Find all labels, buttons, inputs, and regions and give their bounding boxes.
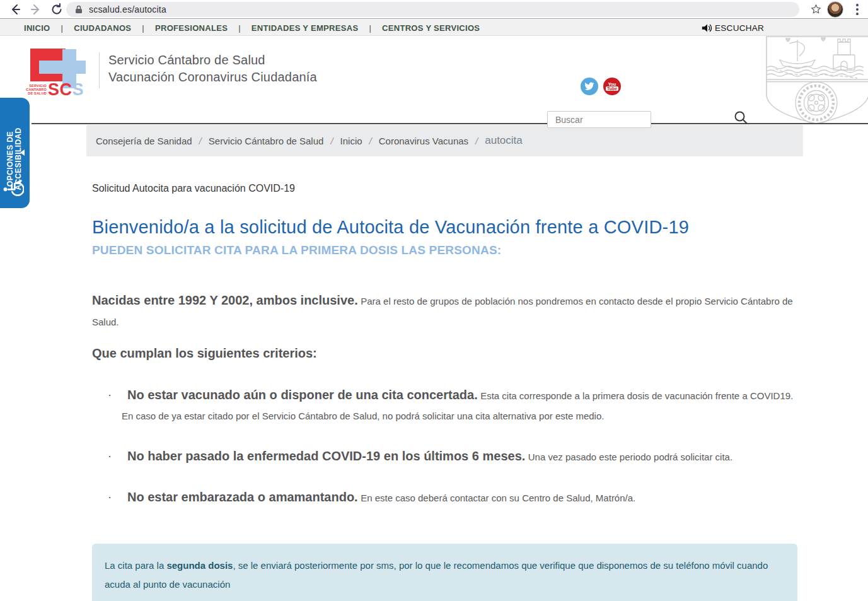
browser-reload-icon[interactable]	[50, 3, 64, 16]
intro-bold-text: Nacidas entre 1992 Y 2002, ambos inclusi…	[92, 293, 358, 307]
nav-item-inicio[interactable]: INICIO	[24, 23, 74, 33]
listen-label: ESCUCHAR	[715, 23, 764, 33]
criteria-heading: Que cumplan los siguientes criterios:	[92, 346, 799, 361]
search-icon[interactable]	[733, 110, 749, 125]
kicker-text: Solicitud Autocita para vacunación COVID…	[92, 183, 799, 194]
nav-item-profesionales[interactable]: PROFESIONALES	[155, 23, 252, 33]
site-subtitle: Vacunación Coronavirus Ciudadanía	[108, 70, 317, 85]
wheelchair-icon	[3, 178, 24, 197]
nav-item-ciudadanos[interactable]: CIUDADANOS	[74, 23, 155, 33]
lock-icon	[75, 5, 83, 14]
site-nav-items: INICIO CIUDADANOS PROFESIONALES ENTIDADE…	[24, 20, 480, 36]
url-text: scsalud.es/autocita	[89, 4, 166, 15]
scs-logo[interactable]: SERVICIO CANTABRO DE SALUD SCS	[24, 47, 100, 105]
search-box[interactable]	[547, 111, 651, 128]
browser-forward-icon[interactable]	[29, 3, 43, 16]
chevron-left-icon	[20, 149, 25, 156]
site-header: SERVICIO CANTABRO DE SALUD SCS Servicio …	[0, 36, 868, 124]
youtube-you-text: You	[608, 82, 616, 86]
listen-button[interactable]: ESCUCHAR	[701, 20, 764, 36]
breadcrumb-inicio[interactable]: Inicio	[340, 136, 379, 146]
page-title: Bienvenido/a a la solicitud de Autocita …	[92, 217, 799, 238]
notice-bold-text: segunda dosis	[166, 560, 233, 571]
criteria-item-embarazada: No estar embarazada o amamantando. En es…	[92, 487, 799, 508]
second-dose-notice: La cita para la segunda dosis, se le env…	[92, 544, 797, 601]
intro-paragraph: Nacidas entre 1992 Y 2002, ambos inclusi…	[92, 290, 799, 332]
breadcrumb-coronavirus-vacunas[interactable]: Coronavirus Vacunas	[379, 136, 485, 146]
criteria-item-vacunado: No estar vacunado aún o disponer de una …	[92, 385, 799, 426]
criteria-list: No estar vacunado aún o disponer de una …	[92, 385, 799, 508]
accessibility-options-tab[interactable]: OPCIONES DE ACCESIBILIDAD	[0, 96, 32, 210]
header-divider	[99, 52, 100, 88]
browser-back-icon[interactable]	[8, 3, 22, 16]
main-content: Solicitud Autocita para vacunación COVID…	[92, 183, 799, 601]
breadcrumb-current: autocita	[485, 134, 523, 147]
youtube-icon[interactable]: You Tube	[603, 78, 621, 95]
nav-item-entidades[interactable]: ENTIDADES Y EMPRESAS	[252, 23, 382, 33]
criteria-item-enfermedad: No haber pasado la enfermedad COVID-19 e…	[92, 446, 799, 467]
site-title: Servicio Cántabro de Salud	[108, 53, 265, 67]
speaker-icon	[701, 23, 714, 33]
scs-logo-smalltext: SERVICIO CANTABRO DE SALUD	[24, 84, 47, 95]
bookmark-star-icon[interactable]	[810, 3, 824, 17]
site-nav-bar: INICIO CIUDADANOS PROFESIONALES ENTIDADE…	[0, 20, 868, 36]
browser-menu-icon[interactable]	[856, 4, 859, 17]
breadcrumb-servicio[interactable]: Servicio Cántabro de Salud	[209, 136, 340, 146]
scs-logo-cross	[39, 61, 86, 74]
browser-profile-avatar[interactable]	[827, 1, 843, 18]
breadcrumb: Consejería de Sanidad Servicio Cántabro …	[86, 125, 803, 156]
nav-item-centros[interactable]: CENTROS Y SERVICIOS	[382, 23, 480, 33]
breadcrumb-consejeria[interactable]: Consejería de Sanidad	[96, 136, 209, 146]
youtube-tube-text: Tube	[606, 86, 618, 91]
browser-toolbar: scsalud.es/autocita	[0, 0, 868, 19]
twitter-icon[interactable]	[581, 78, 598, 95]
page-subtitle: PUEDEN SOLICITAR CITA PARA LA PRIMERA DO…	[92, 243, 799, 257]
search-input[interactable]	[548, 112, 651, 127]
scs-logo-acronym: SCS	[48, 80, 84, 100]
address-bar[interactable]: scsalud.es/autocita	[66, 2, 799, 17]
cantabria-coat-of-arms	[763, 36, 868, 124]
